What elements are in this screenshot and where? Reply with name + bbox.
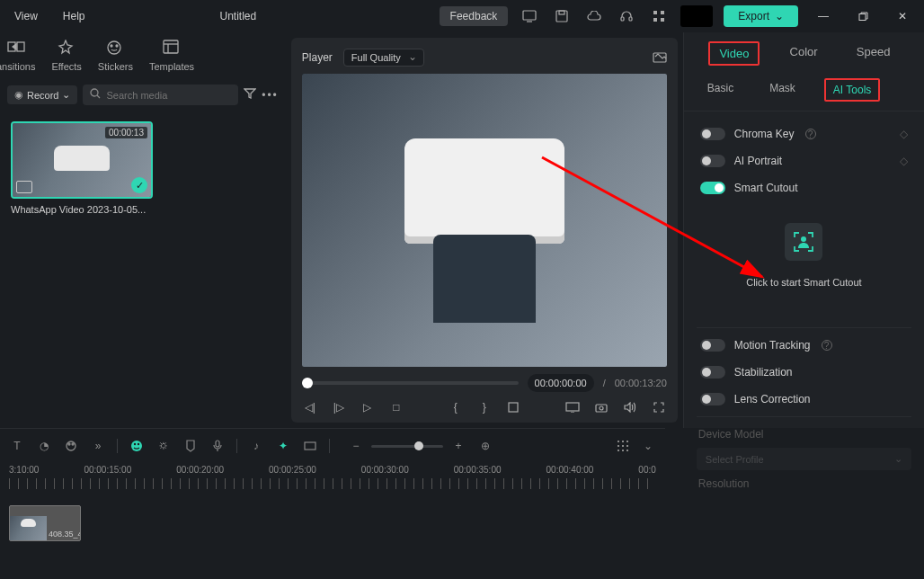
tab-speed[interactable]: Speed (848, 41, 900, 66)
video-preview[interactable] (302, 74, 667, 367)
save-icon[interactable] (551, 5, 573, 27)
tab-transitions[interactable]: ansitions (0, 40, 35, 72)
svg-rect-37 (622, 441, 624, 442)
crop-button[interactable] (505, 399, 521, 415)
fullscreen-button[interactable] (651, 399, 667, 415)
color-icon[interactable] (63, 438, 79, 454)
device-model-label: Device Model (697, 421, 911, 448)
more-icon[interactable]: ••• (262, 89, 279, 102)
menu-help[interactable]: Help (56, 6, 93, 26)
chevron-down-icon[interactable]: ⌄ (640, 438, 656, 454)
unknown-black-button[interactable] (680, 5, 713, 27)
svg-rect-42 (617, 450, 619, 451)
motion-tracking-toggle[interactable] (700, 339, 725, 352)
step-back-button[interactable]: |▷ (331, 399, 347, 415)
volume-button[interactable] (622, 399, 638, 415)
seek-handle[interactable] (302, 378, 313, 388)
subtab-mask[interactable]: Mask (762, 78, 803, 102)
maximize-button[interactable] (848, 4, 877, 29)
more-tools-icon[interactable]: » (90, 438, 106, 454)
prev-frame-button[interactable]: ◁| (302, 399, 318, 415)
svg-rect-10 (859, 13, 866, 20)
svg-rect-40 (622, 445, 624, 447)
player-label: Player (302, 51, 333, 64)
player-seek-bar[interactable]: 00:00:00:00 / 00:00:13:20 (302, 374, 667, 392)
tab-templates[interactable]: Templates (149, 40, 194, 72)
mark-in-button[interactable]: { (448, 399, 464, 415)
tab-color[interactable]: Color (781, 41, 827, 66)
export-button[interactable]: Export⌄ (724, 5, 798, 27)
main-area: ansitions Effects Stickers Templates ◉ R… (0, 32, 924, 428)
info-icon[interactable]: ? (822, 340, 832, 351)
display-button[interactable] (564, 399, 581, 415)
smart-cutout-toggle[interactable] (700, 182, 725, 194)
timer-icon[interactable]: ◔ (36, 438, 52, 454)
effects-tool-icon[interactable]: ✦ (275, 438, 291, 454)
zoom-in-button[interactable]: + (450, 438, 466, 454)
minimize-button[interactable]: — (809, 4, 838, 29)
media-item[interactable]: 00:00:13 ✓ WhatsApp Video 2023-10-05... (11, 121, 153, 215)
stop-button[interactable]: □ (388, 399, 404, 415)
search-input[interactable] (106, 90, 231, 101)
zoom-slider[interactable] (371, 445, 443, 448)
keyframe-icon[interactable]: ◇ (900, 155, 908, 167)
info-icon[interactable]: ? (805, 129, 816, 139)
time-current: 00:00:00:00 (528, 374, 594, 392)
mic-icon[interactable] (209, 438, 226, 454)
smart-cutout-button[interactable] (785, 223, 822, 261)
zoom-fit-button[interactable]: ⊕ (477, 438, 493, 454)
timeline-clip[interactable]: 408.35_4b2f4... (9, 505, 81, 541)
svg-line-20 (97, 95, 100, 98)
marker-tool-icon[interactable] (182, 438, 199, 454)
media-thumbnail[interactable]: 00:00:13 ✓ (11, 121, 153, 199)
zoom-control: − + (348, 438, 466, 454)
headphones-icon[interactable] (616, 5, 637, 27)
mark-out-button[interactable]: } (476, 399, 493, 415)
text-tool-icon[interactable]: T (9, 438, 25, 454)
svg-rect-4 (621, 17, 624, 21)
audio-tool-icon[interactable]: ♪ (248, 438, 264, 454)
svg-point-31 (131, 441, 142, 451)
tab-effects[interactable]: Effects (51, 40, 81, 72)
svg-rect-3 (559, 11, 564, 14)
tab-video[interactable]: Video (708, 41, 760, 66)
frame-icon[interactable] (302, 438, 318, 454)
timeline-panel: T ◔ » ⛭ ♪ ✦ − + ⊕ ⌄ 3:10:00 00:00:15:00 … (0, 428, 665, 579)
chroma-key-toggle[interactable] (700, 128, 725, 140)
stabilization-toggle[interactable] (700, 366, 725, 379)
play-button[interactable]: ▷ (360, 399, 376, 415)
cloud-icon[interactable] (583, 5, 605, 27)
record-button[interactable]: ◉ Record ⌄ (7, 85, 77, 104)
chevron-down-icon: ⌄ (62, 89, 70, 101)
subtab-ai-tools[interactable]: AI Tools (824, 78, 880, 102)
subtab-basic[interactable]: Basic (700, 78, 741, 102)
lens-correction-toggle[interactable] (700, 393, 725, 405)
feedback-button[interactable]: Feedback (440, 6, 509, 26)
ai-icon[interactable] (129, 438, 145, 454)
device-model-select[interactable]: Select Profile ⌄ (697, 448, 911, 470)
adjust-icon[interactable]: ⛭ (155, 438, 172, 454)
ruler-mark: 00:00:30:00 (361, 465, 409, 475)
snapshot-icon[interactable] (653, 50, 667, 66)
filter-icon[interactable] (244, 88, 256, 102)
zoom-out-button[interactable]: − (348, 438, 364, 454)
close-button[interactable]: ✕ (888, 4, 917, 29)
timeline-ruler[interactable]: 3:10:00 00:00:15:00 00:00:20:00 00:00:25… (9, 461, 656, 478)
quality-select[interactable]: Full Quality (343, 49, 424, 67)
grid-view-icon[interactable] (615, 438, 631, 454)
keyframe-icon[interactable]: ◇ (900, 128, 908, 140)
apps-icon[interactable] (648, 5, 670, 27)
media-tabs: ansitions Effects Stickers Templates (0, 32, 286, 79)
svg-point-26 (600, 406, 603, 410)
snapshot-button[interactable] (593, 399, 609, 415)
svg-rect-43 (622, 450, 624, 451)
device-icon[interactable] (519, 5, 540, 27)
tab-stickers[interactable]: Stickers (98, 40, 133, 72)
svg-rect-0 (523, 11, 536, 20)
ai-portrait-toggle[interactable] (700, 155, 725, 167)
ruler-mark: 00:00:25:00 (269, 465, 316, 475)
smart-cutout-hint: Click to start Smart Cutout (697, 277, 911, 288)
search-input-wrap[interactable] (83, 85, 238, 105)
properties-tabs: Video Color Speed (684, 32, 924, 73)
menu-view[interactable]: View (7, 6, 45, 26)
